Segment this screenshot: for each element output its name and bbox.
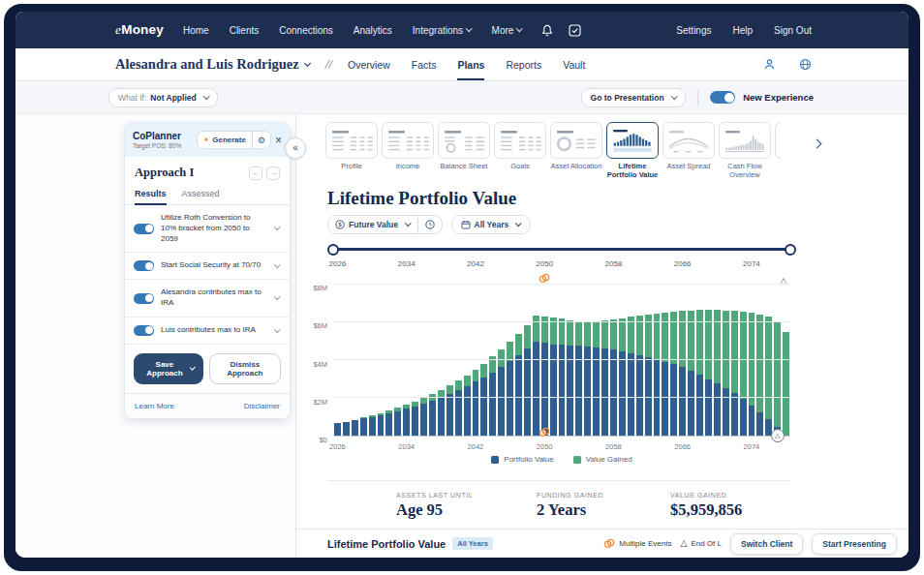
tab-plans[interactable]: Plans xyxy=(457,48,484,80)
bar-2048[interactable] xyxy=(524,285,531,436)
approach-next-button[interactable]: → xyxy=(266,166,280,180)
emoney-logo[interactable]: eMoney xyxy=(115,22,164,38)
start-presenting-button[interactable]: Start Presenting xyxy=(812,533,897,555)
bar-2033[interactable] xyxy=(394,285,401,436)
future-value-dropdown[interactable]: $ Future Value xyxy=(328,216,417,233)
carousel-item-cash-flow-overview[interactable]: Cash Flow Overview xyxy=(719,122,771,179)
bar-2027[interactable] xyxy=(343,285,350,436)
toggle-switch[interactable] xyxy=(134,325,154,336)
nav-item-analytics[interactable]: Analytics xyxy=(354,25,392,36)
bar-2060[interactable] xyxy=(628,285,634,436)
gear-icon[interactable]: ⚙ xyxy=(252,132,270,148)
carousel-item-asset-allocation[interactable]: Asset Allocation xyxy=(550,122,602,179)
bar-2050[interactable] xyxy=(541,285,548,436)
nav-item-settings[interactable]: Settings xyxy=(676,25,711,36)
bar-2057[interactable] xyxy=(601,285,608,436)
nav-item-sign-out[interactable]: Sign Out xyxy=(774,25,812,36)
nav-item-clients[interactable]: Clients xyxy=(230,25,260,36)
tab-reports[interactable]: Reports xyxy=(506,48,541,80)
dismiss-approach-button[interactable]: Dismiss Approach xyxy=(209,353,281,384)
go-to-presentation-dropdown[interactable]: Go to Presentation xyxy=(581,88,687,107)
carousel-item-profile[interactable]: Profile xyxy=(325,122,378,179)
coplanner-item-luis-contributes-max-to-ira[interactable]: Luis contributes max to IRA xyxy=(125,318,290,345)
carousel-item-balance-sheet[interactable]: Balance Sheet xyxy=(438,122,490,179)
bar-2035[interactable] xyxy=(412,285,418,436)
learn-more-link[interactable]: Learn More xyxy=(135,402,174,410)
bar-2052[interactable] xyxy=(559,285,566,436)
generate-button[interactable]: ✦ Generate xyxy=(198,132,252,148)
slider-handle-right[interactable] xyxy=(785,244,796,256)
user-icon[interactable] xyxy=(763,58,776,71)
toggle-switch[interactable] xyxy=(134,260,154,271)
bar-2058[interactable] xyxy=(610,285,617,436)
what-if-dropdown[interactable]: What If: Not Applied xyxy=(108,88,218,107)
bar-2061[interactable] xyxy=(636,285,643,436)
bar-2063[interactable] xyxy=(654,285,661,436)
bar-2066[interactable] xyxy=(679,285,686,436)
bar-2042[interactable] xyxy=(473,285,479,436)
bar-2040[interactable] xyxy=(455,285,462,436)
bar-2077[interactable] xyxy=(774,285,781,436)
bar-2036[interactable] xyxy=(420,285,427,436)
bar-2072[interactable] xyxy=(731,285,738,436)
bar-2076[interactable] xyxy=(765,285,772,436)
coplanner-item-start-social-security-at-70-70[interactable]: Start Social Security at 70/70 xyxy=(125,253,290,280)
slider-track[interactable] xyxy=(333,248,790,251)
collapse-panel-button[interactable]: « xyxy=(285,137,306,159)
bar-2039[interactable] xyxy=(447,285,453,436)
bar-2055[interactable] xyxy=(584,285,591,436)
bar-2034[interactable] xyxy=(403,285,410,436)
coplanner-item-utilize-roth-conversion-to-10-[interactable]: Utilize Roth Conversion to 10% bracket f… xyxy=(125,205,290,253)
nav-item-connections[interactable]: Connections xyxy=(279,25,333,36)
coplanner-tab-assessed[interactable]: Assessed xyxy=(182,185,220,205)
save-approach-button[interactable]: Save Approach xyxy=(134,353,203,384)
bar-2047[interactable] xyxy=(515,285,522,436)
bar-2030[interactable] xyxy=(369,285,376,436)
bar-2056[interactable] xyxy=(593,285,600,436)
client-selector[interactable]: Alesandra and Luis Rodriguez xyxy=(115,56,310,73)
tab-overview[interactable]: Overview xyxy=(348,48,390,80)
bar-2073[interactable] xyxy=(740,285,747,436)
bar-2029[interactable] xyxy=(360,285,367,436)
bar-2044[interactable] xyxy=(489,285,496,436)
approach-prev-button[interactable]: ← xyxy=(249,166,262,180)
bar-2062[interactable] xyxy=(645,285,652,436)
carousel-next-button[interactable] xyxy=(808,132,822,152)
new-experience-toggle[interactable] xyxy=(710,91,735,104)
tasks-icon[interactable] xyxy=(569,24,581,37)
globe-icon[interactable] xyxy=(799,58,812,71)
bar-2028[interactable] xyxy=(352,285,358,436)
all-years-dropdown[interactable]: All Years xyxy=(451,215,531,234)
bar-2031[interactable] xyxy=(378,285,385,436)
history-clock-icon[interactable] xyxy=(418,216,442,233)
bar-2064[interactable] xyxy=(662,285,668,436)
bar-2065[interactable] xyxy=(670,285,677,436)
bar-2054[interactable] xyxy=(575,285,582,436)
bar-2068[interactable] xyxy=(696,285,703,436)
tab-vault[interactable]: Vault xyxy=(563,48,585,80)
toggle-switch[interactable] xyxy=(134,293,154,304)
bar-2045[interactable] xyxy=(498,285,505,436)
bar-2070[interactable] xyxy=(714,285,721,436)
toggle-switch[interactable] xyxy=(134,224,154,234)
nav-item-help[interactable]: Help xyxy=(733,25,754,36)
bar-2069[interactable] xyxy=(705,285,712,436)
notifications-bell-icon[interactable] xyxy=(541,24,553,37)
bar-2026[interactable] xyxy=(334,285,341,436)
bar-2038[interactable] xyxy=(438,285,445,436)
bar-2043[interactable] xyxy=(480,285,487,436)
bar-2032[interactable] xyxy=(385,285,392,436)
coplanner-tab-results[interactable]: Results xyxy=(135,185,167,205)
bar-2049[interactable] xyxy=(533,285,539,436)
bar-2059[interactable] xyxy=(619,285,626,436)
bar-2074[interactable] xyxy=(749,285,755,436)
nav-item-home[interactable]: Home xyxy=(183,25,209,36)
bar-2051[interactable] xyxy=(550,285,557,436)
nav-item-integrations[interactable]: Integrations xyxy=(413,25,472,36)
bar-2071[interactable] xyxy=(723,285,729,436)
bar-2037[interactable] xyxy=(429,285,436,436)
slider-handle-left[interactable] xyxy=(327,244,339,256)
close-icon[interactable]: × xyxy=(275,135,282,146)
carousel-item-lifetime-portfolio-value[interactable]: Lifetime Portfolio Value xyxy=(606,122,659,179)
carousel-item-partial[interactable] xyxy=(775,122,781,179)
